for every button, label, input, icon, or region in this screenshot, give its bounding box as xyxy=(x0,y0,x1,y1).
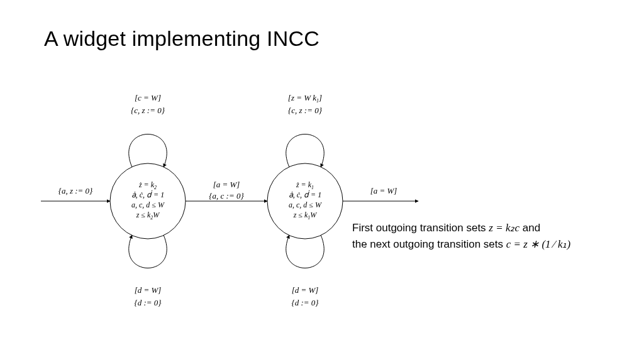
loop-q1-top-guard: [c = W] xyxy=(135,93,161,102)
page-title: A widget implementing INCC xyxy=(44,26,319,51)
annotation-line-2: the next outgoing transition sets c = z … xyxy=(352,236,623,253)
loop-q2-top-reset: {c, z := 0} xyxy=(288,106,323,115)
svg-text:z  ≤  k1W: z ≤ k1W xyxy=(293,211,318,221)
edge-init-reset: {a, z := 0} xyxy=(58,186,93,195)
svg-text:ȧ, ċ, ḋ  =  1: ȧ, ċ, ḋ = 1 xyxy=(131,190,164,199)
loop-q2-top-guard: [z = W k1] xyxy=(288,93,322,104)
svg-text:ż  =  k2: ż = k2 xyxy=(138,180,157,190)
loop-q1-top xyxy=(129,134,167,168)
annotation-line-1: First outgoing transition sets z = k₂c a… xyxy=(352,220,623,236)
loop-q1-top-reset: {c, z := 0} xyxy=(131,106,165,115)
automaton-diagram: {a, z := 0} ż = k2 ȧ, ċ, ḋ = 1 a, c, d ≤… xyxy=(35,82,425,321)
loop-q1-bottom-reset: {d := 0} xyxy=(135,298,162,307)
svg-text:a, c, d  ≤  W: a, c, d ≤ W xyxy=(289,200,322,209)
loop-q2-top xyxy=(286,134,324,168)
loop-q2-bottom xyxy=(286,235,324,268)
edge-q1-q2-guard: [a = W] xyxy=(213,180,240,189)
svg-text:ȧ, ċ, ḋ  =  1: ȧ, ċ, ḋ = 1 xyxy=(289,190,321,199)
svg-text:ż  =  k1: ż = k1 xyxy=(296,180,314,190)
loop-q1-bottom-guard: [d = W] xyxy=(135,285,162,295)
edge-q2-out-guard: [a = W] xyxy=(370,186,397,195)
loop-q2-bottom-reset: {d := 0} xyxy=(292,298,319,307)
annotation-text: First outgoing transition sets z = k₂c a… xyxy=(352,220,623,253)
edge-q1-q2-reset: {a, c := 0} xyxy=(209,191,244,200)
svg-text:a, c, d  ≤  W: a, c, d ≤ W xyxy=(131,200,165,209)
loop-q2-bottom-guard: [d = W] xyxy=(292,285,319,295)
svg-text:z  ≤  k2W: z ≤ k2W xyxy=(136,211,160,221)
loop-q1-bottom xyxy=(129,235,167,268)
